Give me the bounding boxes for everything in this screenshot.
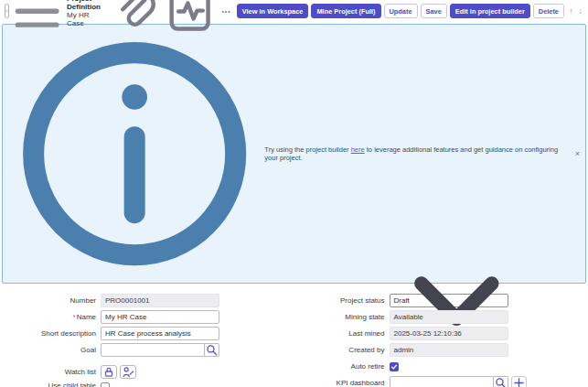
lock-icon[interactable] — [101, 365, 117, 379]
header-buttons: View in WorkspaceMine Project (Full)Upda… — [237, 4, 564, 18]
mining-state-value: Available — [390, 310, 508, 324]
kpi-dashboard-reference — [390, 376, 508, 387]
label-text: Short description — [41, 329, 96, 338]
edit-watchlist-icon[interactable] — [120, 365, 136, 379]
arrow-down-icon[interactable]: ↓ — [578, 6, 583, 16]
record-title: My HR Case — [67, 11, 101, 27]
required-icon: * — [73, 313, 76, 321]
field-row-number: NumberPRO0001001 — [0, 294, 294, 307]
field-control-short-description — [101, 327, 219, 340]
field-row-use-child-table-configuration-s-as-activities: Use child table configuration(s) as acti… — [0, 382, 294, 387]
field-row-short-description: Short description — [0, 327, 294, 340]
kpi-dashboard-input[interactable] — [390, 376, 494, 387]
arrow-up-icon[interactable]: ↑ — [569, 6, 573, 16]
field-label-auto-retire: Auto retire — [294, 362, 390, 371]
search-icon[interactable] — [205, 343, 219, 357]
plus-icon[interactable] — [511, 376, 527, 387]
auto-retire-checkbox[interactable] — [390, 362, 399, 371]
label-text: Mining state — [345, 313, 384, 321]
field-control-auto-retire — [390, 362, 399, 371]
field-label-name: *Name — [0, 313, 101, 322]
select-value: Draft — [394, 296, 410, 305]
field-control-goal — [101, 343, 219, 357]
field-row-kpi-dashboard: KPI dashboard — [294, 376, 588, 387]
field-control-use-child-table-configuration-s-as-activities — [101, 382, 110, 387]
label-text: Number — [70, 296, 96, 305]
goal-reference — [101, 343, 219, 357]
label-text: Created by — [348, 346, 384, 354]
field-control-last-mined: 2025-03-25 12:10:36 — [390, 327, 508, 340]
field-row-project-status: Project statusDraft — [294, 294, 588, 307]
form-column-right: Project statusDraftMining stateAvailable… — [294, 294, 588, 387]
close-icon[interactable]: × — [575, 149, 580, 158]
field-row-mining-state: Mining stateAvailable — [294, 310, 588, 324]
field-row-name: *Name — [0, 310, 294, 324]
banner-text: Try using the project builder here to le… — [264, 145, 571, 162]
view-in-workspace-button[interactable]: View in Workspace — [237, 4, 309, 18]
banner-text-before: Try using the project builder — [264, 145, 350, 154]
field-row-watch-list: Watch list — [0, 365, 294, 379]
mine-project-full-button[interactable]: Mine Project (Full) — [311, 4, 380, 18]
info-banner: Try using the project builder here to le… — [2, 24, 586, 284]
field-label-last-mined: Last mined — [294, 329, 390, 339]
project-definition-page: Project Definition My HR Case ••• View i… — [0, 0, 588, 387]
form-header: Project Definition My HR Case ••• View i… — [0, 0, 588, 22]
field-control-kpi-dashboard — [390, 376, 527, 387]
label-text: Goal — [80, 346, 96, 354]
field-control-project-status: Draft — [390, 294, 508, 307]
field-row-created-by: Created byadmin — [294, 343, 588, 357]
project-status-select[interactable]: Draft — [390, 294, 508, 307]
field-control-watch-list — [101, 365, 139, 379]
field-label-kpi-dashboard: KPI dashboard — [294, 379, 390, 387]
goal-input[interactable] — [101, 343, 205, 357]
edit-in-project-builder-button[interactable]: Edit in project builder — [450, 4, 530, 18]
created-by-value: admin — [390, 343, 508, 357]
field-label-goal: Goal — [0, 346, 101, 355]
page-title: Project Definition — [67, 0, 101, 11]
short-description-input[interactable] — [101, 327, 219, 340]
more-options-icon[interactable]: ••• — [221, 8, 230, 15]
delete-button[interactable]: Delete — [533, 4, 564, 18]
save-button[interactable]: Save — [421, 4, 447, 18]
form-column-left: NumberPRO0001001*NameShort descriptionGo… — [0, 294, 294, 387]
label-text: Name — [77, 313, 96, 321]
field-label-number: Number — [0, 296, 101, 306]
use-child-table-configuration-s-as-activities-checkbox[interactable] — [101, 382, 110, 387]
label-text: Last mined — [348, 329, 384, 338]
info-icon — [8, 27, 261, 280]
name-input[interactable] — [101, 310, 219, 324]
field-row-goal: Goal — [0, 343, 294, 357]
label-text: KPI dashboard — [337, 379, 385, 387]
record-form: NumberPRO0001001*NameShort descriptionGo… — [0, 287, 588, 387]
field-label-created-by: Created by — [294, 346, 390, 355]
field-control-mining-state: Available — [390, 310, 508, 324]
field-control-created-by: admin — [390, 343, 508, 357]
field-control-number: PRO0001001 — [101, 294, 219, 307]
field-label-project-status: Project status — [294, 296, 390, 306]
field-row-auto-retire: Auto retire — [294, 360, 588, 373]
field-row-last-mined: Last mined2025-03-25 12:10:36 — [294, 327, 588, 340]
back-icon — [5, 9, 8, 13]
field-label-short-description: Short description — [0, 329, 101, 339]
field-label-use-child-table-configuration-s-as-activities: Use child table configuration(s) as acti… — [0, 382, 101, 387]
field-control-name — [101, 310, 219, 324]
here-link[interactable]: here — [351, 145, 365, 154]
title-block: Project Definition My HR Case — [67, 0, 101, 27]
context-menu-icon[interactable] — [13, 0, 61, 30]
label-text: Watch list — [65, 368, 96, 376]
field-label-mining-state: Mining state — [294, 313, 390, 322]
last-mined-value: 2025-03-25 12:10:36 — [390, 327, 508, 340]
number-value: PRO0001001 — [101, 294, 219, 307]
label-text: Project status — [340, 296, 384, 305]
label-text: Auto retire — [351, 362, 385, 371]
back-button[interactable] — [5, 4, 9, 18]
label-text: Use child table configuration(s) as acti… — [5, 382, 96, 387]
update-button[interactable]: Update — [384, 4, 418, 18]
search-icon[interactable] — [494, 376, 508, 387]
field-label-watch-list: Watch list — [0, 368, 101, 377]
